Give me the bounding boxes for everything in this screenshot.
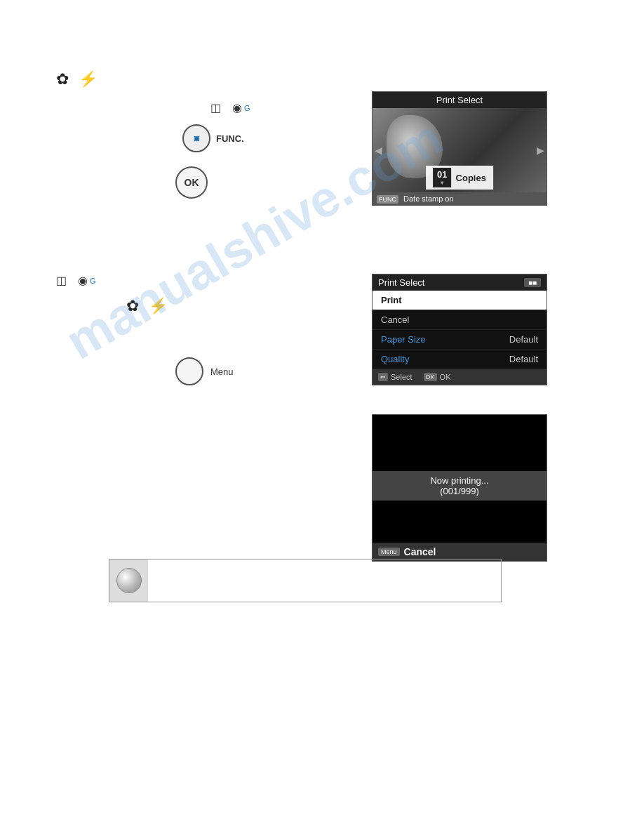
arrow-left-icon[interactable]: ◀ xyxy=(375,145,382,156)
icons-row-2: ✿ ⚡ xyxy=(126,297,379,315)
menu-tag: Menu xyxy=(378,548,400,556)
screen-2-header: Print Select ■■ xyxy=(373,274,546,291)
screen-1-footer: FUNC Date stamp on xyxy=(373,192,546,205)
print-select-screen-2: Print Select ■■ Print Cancel Paper Size … xyxy=(372,274,547,385)
nav-icons-row-1: ◫ ◉ G xyxy=(210,101,379,114)
cancel-text[interactable]: Cancel xyxy=(404,546,436,557)
ok-label: OK xyxy=(185,177,199,188)
screen-2-footer: ⇔ Select OK OK xyxy=(373,369,546,385)
nav-icons-row-2: ◫ ◉ G xyxy=(56,274,379,287)
func-circle[interactable]: ▣ xyxy=(182,124,210,152)
menu-button-area: Menu xyxy=(175,357,379,385)
ok-button-area: OK xyxy=(175,166,379,199)
note-content xyxy=(148,576,162,585)
chevron-down-icon: ▾ xyxy=(441,180,443,186)
print-progress-screen: Now printing... (001/999) Menu Cancel xyxy=(372,414,547,562)
note-box xyxy=(109,559,502,602)
print-select-screen-1: Print Select ◀ ▶ 01 ▾ Copies FUNC Date s… xyxy=(372,91,547,206)
menu-item-print[interactable]: Print xyxy=(373,291,546,310)
screen-2-title: Print Select xyxy=(378,277,424,288)
footer-hint-select: ⇔ Select xyxy=(378,373,412,381)
screen-2-menu: Print Cancel Paper Size Default Quality … xyxy=(373,291,546,369)
menu-item-cancel[interactable]: Cancel xyxy=(373,310,546,330)
nav-icon-4: ◉ G xyxy=(78,274,96,287)
copies-num-box: 01 ▾ xyxy=(433,168,451,187)
screen-2-tab: ■■ xyxy=(524,278,541,287)
lightning-icon: ⚡ xyxy=(79,70,98,88)
nav-icon-2: ◉ G xyxy=(232,101,250,114)
menu-item-paper-size[interactable]: Paper Size Default xyxy=(373,330,546,350)
menu-label: Menu xyxy=(210,366,234,377)
menu-item-quality-value: Default xyxy=(509,354,538,364)
menu-item-paper-size-label: Paper Size xyxy=(381,334,426,345)
screen-3-bottom xyxy=(373,501,546,543)
func-button-area: ▣ FUNC. xyxy=(182,124,379,152)
footer-hint-ok: OK OK xyxy=(424,373,451,381)
menu-circle[interactable] xyxy=(175,357,203,385)
section-1: ✿ ⚡ ◫ ◉ G ▣ FUNC. OK xyxy=(56,70,379,210)
copies-num: 01 xyxy=(437,169,447,180)
nav-icon-1: ◫ xyxy=(210,101,221,114)
flower-icon-2: ✿ xyxy=(126,297,139,315)
screen-1-image: ◀ ▶ 01 ▾ Copies xyxy=(373,108,546,192)
printing-sub: (001/999) xyxy=(377,486,542,496)
flower-icon: ✿ xyxy=(56,70,69,88)
ok-circle[interactable]: OK xyxy=(175,166,208,199)
ok-icon-box: OK xyxy=(424,373,437,381)
note-icon xyxy=(109,560,148,602)
menu-item-quality-label: Quality xyxy=(381,354,409,364)
copies-label: Copies xyxy=(456,173,486,183)
footer-text: Date stamp on xyxy=(403,194,454,203)
nav-icon-3: ◫ xyxy=(56,274,67,287)
note-ball xyxy=(116,568,142,593)
screen-3-top xyxy=(373,415,546,471)
select-icon-box: ⇔ xyxy=(378,373,388,381)
menu-item-quality[interactable]: Quality Default xyxy=(373,350,546,369)
printing-text: Now printing... xyxy=(377,475,542,486)
func-label: FUNC. xyxy=(216,133,244,144)
lightning-icon-2: ⚡ xyxy=(149,297,168,315)
icons-row-1: ✿ ⚡ xyxy=(56,70,379,88)
func-tag: FUNC xyxy=(377,195,398,204)
arrow-right-icon[interactable]: ▶ xyxy=(537,145,544,156)
screen-1-header: Print Select xyxy=(373,92,546,108)
menu-item-print-label: Print xyxy=(381,295,402,305)
menu-item-paper-size-value: Default xyxy=(509,334,538,345)
select-label: Select xyxy=(391,373,412,381)
section-2: ◫ ◉ G ✿ ⚡ Menu xyxy=(56,274,379,385)
copies-overlay: 01 ▾ Copies xyxy=(426,166,493,190)
ok-footer-label: OK xyxy=(440,373,451,381)
menu-item-cancel-label: Cancel xyxy=(381,315,409,325)
screen-3-middle: Now printing... (001/999) xyxy=(373,471,546,501)
